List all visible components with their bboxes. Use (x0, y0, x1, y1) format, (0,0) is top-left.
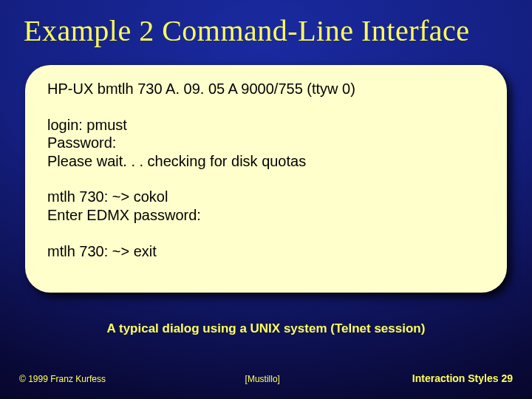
terminal-panel: HP-UX bmtlh 730 A. 09. 05 A 9000/755 (tt… (25, 65, 507, 293)
term-line: mtlh 730: ~> cokol (47, 188, 168, 205)
term-line: login: pmust (47, 117, 127, 133)
page-label: Interaction Styles (412, 372, 499, 384)
term-line: HP-UX bmtlh 730 A. 09. 05 A 9000/755 (tt… (47, 81, 355, 97)
term-line: Enter EDMX password: (47, 207, 201, 223)
caption: A typical dialog using a UNIX system (Te… (0, 321, 532, 336)
slide-title: Example 2 Command-Line Interface (24, 13, 508, 48)
term-line: mtlh 730: ~> exit (47, 243, 157, 259)
reference: [Mustillo] (245, 374, 280, 384)
page-number: 29 (501, 372, 513, 384)
page-indicator: Interaction Styles 29 (412, 372, 513, 384)
copyright: © 1999 Franz Kurfess (19, 374, 106, 384)
slide: Example 2 Command-Line Interface HP-UX b… (0, 0, 532, 399)
term-line: Password: (47, 134, 116, 151)
terminal-text: HP-UX bmtlh 730 A. 09. 05 A 9000/755 (tt… (47, 80, 486, 260)
term-line: Please wait. . . checking for disk quota… (47, 153, 306, 169)
